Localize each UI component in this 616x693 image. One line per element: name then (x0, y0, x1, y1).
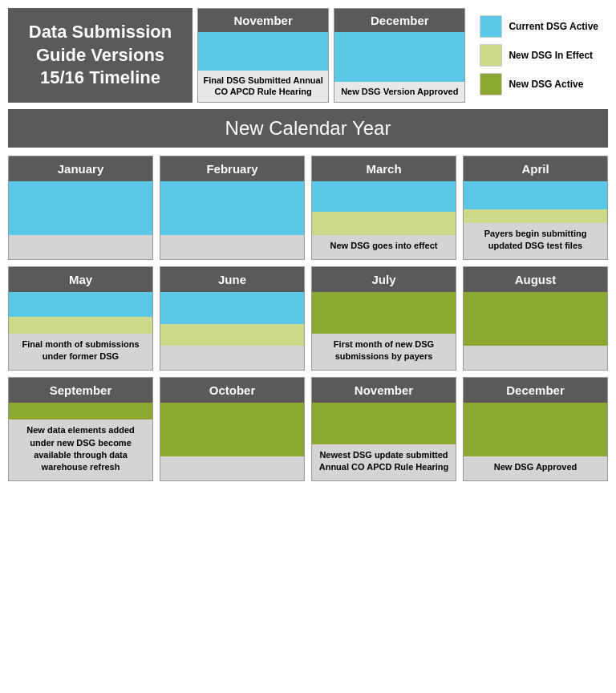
month-december-cal: December New DSG Approved (463, 377, 608, 481)
month-december-cal-body: New DSG Approved (464, 403, 607, 480)
month-june-seg-blue (160, 292, 304, 325)
top-month-december-body: New DSG Version Approved (334, 32, 464, 102)
top-month-december-header: December (334, 9, 464, 32)
legend-label-new-effect: New DSG In Effect (509, 50, 593, 61)
month-february-body (160, 181, 304, 259)
month-february-header: February (160, 156, 304, 181)
banner: New Calendar Year (8, 109, 608, 148)
month-april-header: April (464, 156, 607, 181)
month-august-body (464, 292, 607, 370)
month-august-note (464, 346, 607, 369)
month-may-seg-blue (9, 292, 152, 317)
month-april: April Payers begin submitting updated DS… (463, 156, 608, 260)
top-month-november-note: Final DSG Submitted Annual CO APCD Rule … (198, 71, 328, 102)
month-june-note (160, 346, 304, 369)
month-march-header: March (312, 156, 456, 181)
month-june-header: June (160, 267, 304, 292)
month-december-cal-header: December (464, 378, 607, 403)
month-november-cal-seg-green (312, 403, 456, 444)
calendar-row-1: January February March (8, 156, 608, 260)
month-september: September New data elements added under … (8, 377, 153, 481)
month-november-cal-header: November (312, 378, 456, 403)
month-october: October (160, 377, 305, 481)
month-january-note (9, 235, 152, 258)
main-title: Data Submission Guide Versions 15/16 Tim… (8, 8, 192, 103)
top-month-december-blue (334, 32, 464, 82)
month-september-body: New data elements added under new DSG be… (9, 403, 152, 480)
month-april-body: Payers begin submitting updated DSG test… (464, 181, 607, 259)
month-march-note: New DSG goes into effect (312, 235, 456, 258)
month-april-seg-yellow (464, 209, 607, 223)
legend: Current DSG Active New DSG In Effect New… (470, 8, 608, 103)
month-march-seg-blue (312, 181, 456, 213)
calendar-grid: January February March (8, 156, 608, 481)
month-december-cal-note: New DSG Approved (464, 456, 607, 480)
month-june-seg-yellow (160, 324, 304, 346)
calendar-row-2: May Final month of submissions under for… (8, 266, 608, 371)
month-march-body: New DSG goes into effect (312, 181, 456, 259)
top-month-november-header: November (198, 9, 328, 32)
calendar-row-3: September New data elements added under … (8, 377, 608, 481)
legend-color-yellow (480, 44, 502, 67)
month-july-seg-green (312, 292, 456, 334)
month-march-seg-yellow (312, 212, 456, 235)
month-october-header: October (160, 378, 304, 403)
legend-label-current: Current DSG Active (509, 21, 598, 32)
month-september-note: New data elements added under new DSG be… (9, 419, 152, 480)
main-container: Data Submission Guide Versions 15/16 Tim… (0, 0, 616, 489)
month-january-seg-blue (9, 181, 152, 236)
top-month-december-note: New DSG Version Approved (334, 82, 464, 101)
top-section: Data Submission Guide Versions 15/16 Tim… (8, 8, 608, 103)
top-month-december: December New DSG Version Approved (334, 8, 465, 103)
month-october-note (160, 456, 304, 480)
month-november-cal-note: Newest DSG update submitted Annual CO AP… (312, 444, 456, 480)
month-july: July First month of new DSG submissions … (311, 266, 456, 371)
month-september-header: September (9, 378, 152, 403)
month-may-seg-yellow (9, 317, 152, 334)
month-february-seg-blue (160, 181, 304, 236)
month-february: February (160, 156, 305, 260)
month-march: March New DSG goes into effect (311, 156, 456, 260)
month-june: June (160, 266, 305, 371)
month-october-body (160, 403, 304, 480)
legend-label-new-active: New DSG Active (509, 79, 583, 90)
month-may-note: Final month of submissions under former … (9, 334, 152, 370)
month-september-seg-green (9, 403, 152, 419)
legend-item-new-effect: New DSG In Effect (480, 44, 598, 67)
top-month-november-body: Final DSG Submitted Annual CO APCD Rule … (198, 32, 328, 102)
top-month-november-blue (198, 32, 328, 71)
legend-color-blue (480, 15, 502, 38)
month-august: August (463, 266, 608, 371)
month-november-cal-body: Newest DSG update submitted Annual CO AP… (312, 403, 456, 480)
top-months: November Final DSG Submitted Annual CO A… (192, 8, 470, 103)
month-july-body: First month of new DSG submissions by pa… (312, 292, 456, 370)
month-june-body (160, 292, 304, 370)
month-january: January (8, 156, 153, 260)
legend-color-green (480, 73, 502, 95)
month-august-seg-green (464, 292, 607, 346)
month-may-body: Final month of submissions under former … (9, 292, 152, 370)
month-july-header: July (312, 267, 456, 292)
month-may-header: May (9, 267, 152, 292)
month-january-body (9, 181, 152, 259)
month-may: May Final month of submissions under for… (8, 266, 153, 371)
month-october-seg-green (160, 403, 304, 457)
month-july-note: First month of new DSG submissions by pa… (312, 334, 456, 370)
month-august-header: August (464, 267, 607, 292)
month-april-seg-blue (464, 181, 607, 209)
month-november-cal: November Newest DSG update submitted Ann… (311, 377, 456, 481)
month-february-note (160, 235, 304, 258)
month-january-header: January (9, 156, 152, 181)
legend-item-new-active: New DSG Active (480, 73, 598, 95)
legend-item-current: Current DSG Active (480, 15, 598, 38)
top-month-november: November Final DSG Submitted Annual CO A… (197, 8, 329, 103)
month-april-note: Payers begin submitting updated DSG test… (464, 223, 607, 259)
month-december-cal-seg-green (464, 403, 607, 457)
